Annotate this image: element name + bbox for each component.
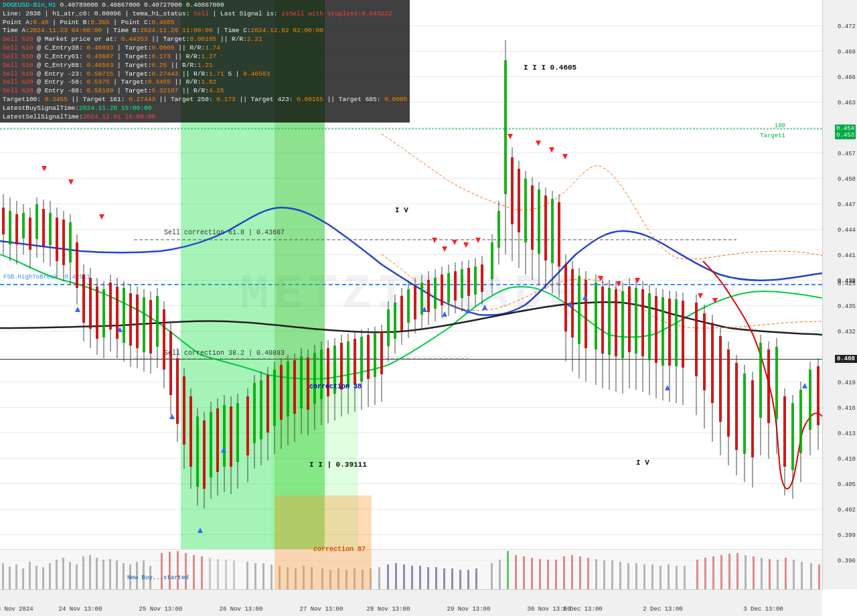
svg-rect-138 [461,269,463,298]
svg-rect-48 [156,296,159,347]
svg-rect-120 [400,296,403,331]
svg-rect-14 [42,209,45,246]
svg-rect-42 [136,295,139,348]
arrow-down-13 [598,276,603,281]
time-24nov: 24 Nov 13:00 [59,606,102,613]
wave-ii-iii-label: I I | 0.39111 [309,461,367,469]
arrow-down-4 [432,238,437,243]
svg-rect-166 [558,202,560,266]
price-444: 0.444 [838,227,856,234]
svg-rect-222 [767,350,770,423]
svg-rect-84 [280,365,283,420]
price-402: 0.402 [838,507,856,514]
price-396: 0.396 [838,558,856,564]
time-25nov: 25 Nov 13:00 [139,606,183,613]
price-408-current: 0.408 [835,355,857,363]
arrow-up-4 [221,447,226,453]
svg-rect-214 [735,363,738,450]
svg-rect-232 [809,370,811,430]
svg-rect-24 [76,242,78,288]
svg-rect-226 [783,396,786,467]
svg-rect-16 [49,213,52,245]
svg-rect-18 [56,218,58,261]
svg-rect-46 [149,300,152,354]
time-3dec: 3 Dec 13:00 [743,606,783,613]
price-419: 0.419 [838,380,856,386]
svg-rect-70 [230,406,232,467]
time-26nov: 26 Nov 13:00 [220,606,263,613]
arrow-down-12 [562,154,568,159]
svg-rect-20 [62,220,65,265]
time-28nov: 28 Nov 13:00 [367,606,410,613]
svg-rect-96 [320,350,323,399]
svg-rect-224 [775,347,778,419]
svg-rect-132 [441,275,443,305]
svg-rect-78 [260,380,262,439]
svg-rect-80 [266,375,269,433]
svg-rect-72 [236,403,239,462]
svg-rect-32 [102,289,105,337]
sell-correction-382-label: Sell correction 38.2 | 0.40893 [164,350,285,357]
svg-rect-2 [2,208,5,234]
price-435: 0.435 [838,303,856,310]
chart-values: 0.40789000 0.40867000 0.40727000 0.40867… [60,1,224,9]
arrow-down-3 [99,214,104,220]
arrow-down-17 [712,298,718,303]
arrow-down-15 [635,278,640,283]
atr-val: 0.00096 [94,10,121,17]
svg-rect-28 [89,278,92,329]
price-469: 0.469 [838,49,856,56]
svg-rect-156 [524,179,527,242]
svg-rect-64 [210,412,212,477]
svg-rect-144 [481,264,483,292]
tema-val: Sell [193,10,209,17]
svg-rect-180 [608,288,611,355]
info-panel: DOGEUSD-Bin,H1 0.40789000 0.40867000 0.4… [0,0,410,123]
svg-rect-186 [628,287,631,352]
svg-rect-178 [601,287,604,354]
svg-rect-158 [531,185,534,250]
svg-rect-172 [578,276,580,344]
svg-rect-124 [414,286,416,319]
svg-rect-188 [635,288,637,354]
wave-iii-label: I I I 0.4605 [524,64,576,72]
arrow-up-5 [198,528,203,533]
svg-rect-88 [293,360,296,414]
svg-rect-74 [246,396,249,455]
svg-rect-204 [695,303,698,376]
svg-rect-86 [287,362,289,416]
svg-rect-130 [434,278,437,309]
svg-rect-168 [564,264,567,331]
svg-rect-160 [538,189,540,254]
svg-rect-6 [15,214,18,244]
chart-title: DOGEUSD-Bin,H1 [3,1,56,9]
svg-rect-134 [447,273,450,303]
last-signal-val: isSell with stoploss:0.643222 [281,10,392,17]
svg-rect-4 [9,211,11,244]
svg-rect-26 [82,275,85,323]
time-1dec: 1 Dec 13:00 [562,606,602,613]
svg-rect-152 [511,157,514,224]
svg-rect-60 [196,416,199,487]
arrow-down-16 [698,293,703,299]
svg-rect-58 [189,396,192,467]
target1-label: Target1 [760,133,785,139]
svg-rect-208 [711,323,714,403]
price-399: 0.399 [838,532,856,539]
price-413: 0.413 [838,431,856,437]
new-buy-label: New Buy...started [127,574,189,581]
svg-rect-206 [703,313,706,390]
svg-rect-176 [595,283,597,350]
sell-correction-618-label: Sell correction 61.8 | 0.43607 [164,229,285,236]
svg-rect-198 [668,299,671,366]
svg-rect-82 [273,370,276,426]
time-29nov: 29 Nov 13:00 [447,606,491,613]
svg-rect-200 [675,299,678,366]
svg-rect-228 [791,403,794,470]
arrow-up-12 [665,385,670,390]
svg-rect-40 [129,293,132,345]
atr-info: | h1_atr_c0: [45,10,94,17]
arrow-up-6 [422,307,427,312]
price-457: 0.457 [838,151,856,157]
arrow-up-2 [117,327,123,332]
